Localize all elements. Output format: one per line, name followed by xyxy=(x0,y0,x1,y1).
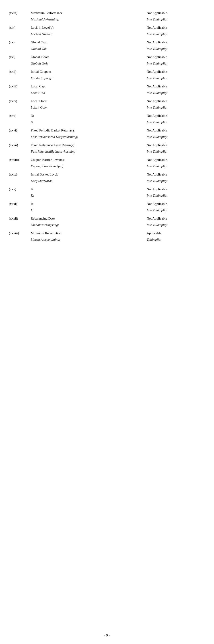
row-label: Local Cap: xyxy=(29,82,145,90)
sub-row-value: Inte Tillämpligt xyxy=(145,32,205,38)
sub-row-label: Ombalanseringsdag: xyxy=(29,223,145,229)
sub-row-index xyxy=(9,193,29,200)
sub-row-index xyxy=(9,120,29,126)
row-label: Fixed Periodic Basket Return(s): xyxy=(29,126,145,134)
sub-row-label: Lokalt Golv xyxy=(29,105,145,112)
row-value: Not Applicable xyxy=(145,112,205,120)
sub-row-value: Inte Tillämpligt xyxy=(145,76,205,82)
table-sub-row: Lock-in Nivå/erInte Tillämpligt xyxy=(9,32,205,38)
sub-row-label: Globalt Golv xyxy=(29,61,145,68)
table-sub-row: Fast Periodiserad Korgavkastning:Inte Ti… xyxy=(9,134,205,141)
table-row: (xxx)K:Not Applicable xyxy=(9,185,205,193)
table-sub-row: Lokalt GolvInte Tillämpligt xyxy=(9,105,205,112)
sub-row-value: Inte Tillämpligt xyxy=(145,105,205,112)
sub-row-value: Inte Tillämpligt xyxy=(145,223,205,229)
row-value: Applicable xyxy=(145,229,205,237)
table-sub-row: Lokalt TakInte Tillämpligt xyxy=(9,90,205,97)
table-sub-row: Ombalanseringsdag:Inte Tillämpligt xyxy=(9,223,205,229)
table-sub-row: Korg Startvärde:Inte Tillämpligt xyxy=(9,179,205,185)
sub-row-label: Lock-in Nivå/er xyxy=(29,32,145,38)
table-row: (xxxii)Rebalancing Date:Not Applicable xyxy=(9,214,205,223)
row-index: (xx) xyxy=(9,38,29,46)
row-label: Global Cap: xyxy=(29,38,145,46)
table-section: (xviii)Maximum Performance:Not Applicabl… xyxy=(0,9,214,244)
row-index: (xxv) xyxy=(9,112,29,120)
row-index: (xxxi) xyxy=(9,200,29,208)
row-label: Rebalancing Date: xyxy=(29,214,145,223)
table-row: (xxv)N:Not Applicable xyxy=(9,112,205,120)
page-number: - 9 - xyxy=(104,634,110,637)
sub-row-value: Inte Tillämpligt xyxy=(145,208,205,214)
row-index: (xxviii) xyxy=(9,156,29,164)
sub-row-label: Kupong Barriärnivå(er): xyxy=(29,164,145,170)
table-sub-row: I:Inte Tillämpligt xyxy=(9,208,205,214)
row-index: (xxxiii) xyxy=(9,229,29,237)
table-sub-row: Första Kupong:Inte Tillämpligt xyxy=(9,76,205,82)
sub-row-index xyxy=(9,237,29,244)
table-row: (xxvi)Fixed Periodic Basket Return(s):No… xyxy=(9,126,205,134)
sub-row-index xyxy=(9,17,29,24)
sub-row-index xyxy=(9,149,29,156)
table-sub-row: Kupong Barriärnivå(er):Inte Tillämpligt xyxy=(9,164,205,170)
sub-row-label: Första Kupong: xyxy=(29,76,145,82)
sub-row-index xyxy=(9,61,29,68)
sub-row-label: Fast Referenstillgångsavkastning xyxy=(29,149,145,156)
sub-row-label: N: xyxy=(29,120,145,126)
page-container: (xviii)Maximum Performance:Not Applicabl… xyxy=(0,0,214,644)
row-index: (xxiv) xyxy=(9,97,29,105)
sub-row-value: Inte Tillämpligt xyxy=(145,46,205,53)
table-row: (xxxiii)Minimum Redemption:Applicable xyxy=(9,229,205,237)
sub-row-value: Inte Tillämpligt xyxy=(145,134,205,141)
row-label: N: xyxy=(29,112,145,120)
sub-row-index xyxy=(9,208,29,214)
sub-row-index xyxy=(9,164,29,170)
sub-row-value: Inte Tillämpligt xyxy=(145,164,205,170)
sub-row-index xyxy=(9,32,29,38)
row-value: Not Applicable xyxy=(145,185,205,193)
sub-row-index xyxy=(9,46,29,53)
sub-row-label: K: xyxy=(29,193,145,200)
sub-row-label: Fast Periodiserad Korgavkastning: xyxy=(29,134,145,141)
sub-row-index xyxy=(9,134,29,141)
row-label: Maximum Performance: xyxy=(29,9,145,17)
row-label: Local Floor: xyxy=(29,97,145,105)
sub-row-value: Inte Tillämpligt xyxy=(145,61,205,68)
row-index: (xxii) xyxy=(9,68,29,76)
row-value: Not Applicable xyxy=(145,126,205,134)
row-index: (xxxii) xyxy=(9,214,29,223)
row-value: Not Applicable xyxy=(145,200,205,208)
sub-row-label: Lokalt Tak xyxy=(29,90,145,97)
table-sub-row: Lägsta Återbetalning:Tillämpligt xyxy=(9,237,205,244)
sub-row-index xyxy=(9,90,29,97)
row-index: (xviii) xyxy=(9,9,29,17)
row-value: Not Applicable xyxy=(145,68,205,76)
table-sub-row: K:Inte Tillämpligt xyxy=(9,193,205,200)
sub-row-index xyxy=(9,179,29,185)
row-label: Global Floor: xyxy=(29,53,145,61)
row-label: K: xyxy=(29,185,145,193)
sub-row-value: Tillämpligt xyxy=(145,237,205,244)
sub-row-label: Lägsta Återbetalning: xyxy=(29,237,145,244)
sub-row-index xyxy=(9,105,29,112)
sub-row-index xyxy=(9,223,29,229)
table-sub-row: Globalt TakInte Tillämpligt xyxy=(9,46,205,53)
table-row: (xxix)Initial Basket Level:Not Applicabl… xyxy=(9,170,205,179)
row-value: Not Applicable xyxy=(145,82,205,90)
page-footer: - 9 - xyxy=(0,634,214,637)
row-index: (xxx) xyxy=(9,185,29,193)
row-value: Not Applicable xyxy=(145,38,205,46)
table-sub-row: Globalt GolvInte Tillämpligt xyxy=(9,61,205,68)
row-label: Initial Basket Level: xyxy=(29,170,145,179)
row-value: Not Applicable xyxy=(145,214,205,223)
row-value: Not Applicable xyxy=(145,141,205,149)
table-sub-row: Maximal Avkastning:Inte Tillämpligt xyxy=(9,17,205,24)
sub-row-label: Globalt Tak xyxy=(29,46,145,53)
row-label: Lock-in Level(s): xyxy=(29,24,145,32)
table-row: (xx)Global Cap:Not Applicable xyxy=(9,38,205,46)
row-index: (xxiii) xyxy=(9,82,29,90)
table-row: (xxiv)Local Floor:Not Applicable xyxy=(9,97,205,105)
row-index: (xix) xyxy=(9,24,29,32)
row-label: Fixed Reference Asset Return(s): xyxy=(29,141,145,149)
row-label: Minimum Redemption: xyxy=(29,229,145,237)
sub-row-value: Inte Tillämpligt xyxy=(145,179,205,185)
